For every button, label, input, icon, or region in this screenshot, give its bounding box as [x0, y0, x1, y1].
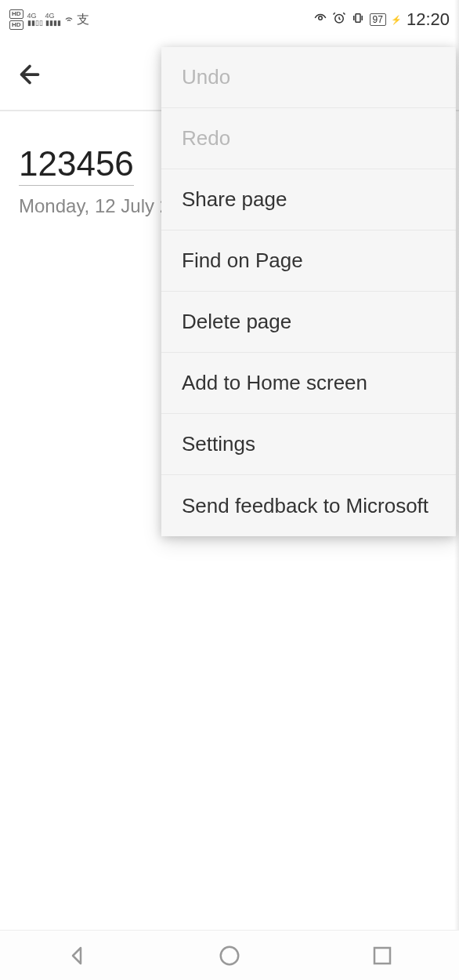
svg-rect-4: [374, 948, 390, 964]
menu-send-feedback[interactable]: Send feedback to Microsoft: [161, 475, 456, 536]
back-arrow-icon[interactable]: [16, 60, 44, 89]
signal-icon: 4G ▮▮▮▮: [45, 13, 61, 27]
nav-bar: [0, 930, 459, 980]
menu-undo[interactable]: Undo: [161, 47, 456, 108]
wifi-icon: [63, 13, 74, 26]
vibrate-icon: [351, 11, 365, 29]
status-right: 97 ⚡ 12:20: [313, 9, 450, 30]
status-bar: HD HD 4G ▮▮▯▯ 4G ▮▮▮▮ 支 97 ⚡ 12:20: [0, 0, 459, 39]
svg-point-3: [221, 946, 239, 964]
status-left: HD HD 4G ▮▮▯▯ 4G ▮▮▮▮ 支: [9, 9, 89, 30]
nav-home-icon[interactable]: [218, 944, 241, 967]
hd-badge-icon: HD: [9, 20, 23, 30]
menu-delete-page[interactable]: Delete page: [161, 292, 456, 353]
time-label: 12:20: [407, 9, 450, 30]
alipay-icon: 支: [77, 12, 89, 28]
menu-share-page[interactable]: Share page: [161, 169, 456, 230]
menu-settings[interactable]: Settings: [161, 414, 456, 475]
nav-recent-icon[interactable]: [370, 944, 394, 967]
eye-icon: [313, 11, 327, 29]
signal-icon: 4G ▮▮▯▯: [27, 13, 43, 27]
svg-rect-2: [356, 13, 360, 22]
svg-point-0: [318, 16, 322, 20]
menu-add-to-home-screen[interactable]: Add to Home screen: [161, 353, 456, 414]
charging-icon: ⚡: [391, 15, 402, 25]
alarm-icon: [332, 11, 346, 29]
menu-find-on-page[interactable]: Find on Page: [161, 230, 456, 292]
menu-redo[interactable]: Redo: [161, 108, 456, 169]
nav-back-icon[interactable]: [65, 944, 89, 967]
battery-icon: 97: [370, 13, 386, 26]
scroll-edge: [454, 0, 459, 980]
page-title[interactable]: 123456: [19, 144, 134, 186]
overflow-menu: Undo Redo Share page Find on Page Delete…: [161, 47, 456, 536]
hd-badge-icon: HD: [9, 9, 23, 19]
